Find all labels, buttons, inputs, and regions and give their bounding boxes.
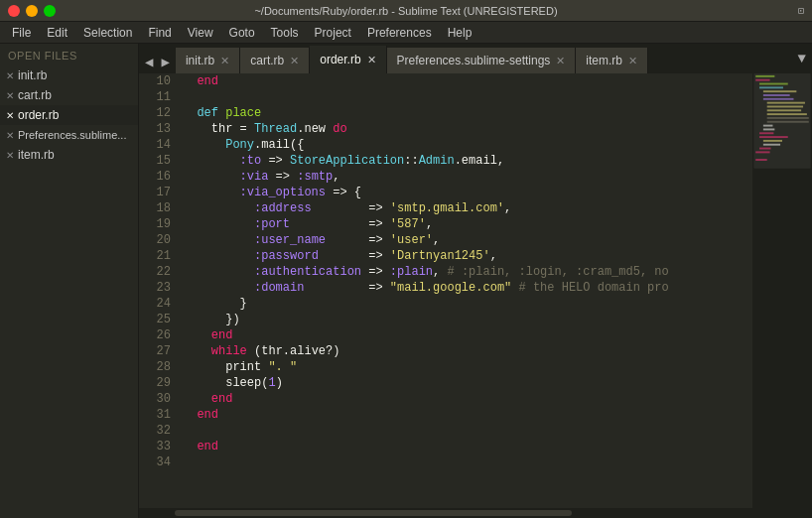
tab-close-icon[interactable]: ✕ — [367, 54, 376, 66]
line-num: 18 — [143, 200, 171, 216]
line-num: 27 — [143, 343, 171, 359]
maximize-button[interactable] — [44, 5, 56, 17]
line-num: 23 — [143, 280, 171, 296]
menu-tools[interactable]: Tools — [263, 24, 307, 42]
line-num: 26 — [143, 327, 171, 343]
tab-close-icon[interactable]: ✕ — [220, 55, 229, 67]
menu-view[interactable]: View — [180, 24, 221, 42]
tab-item[interactable]: item.rb ✕ — [576, 48, 648, 73]
window-title: ~/Documents/Ruby/order.rb - Sublime Text… — [254, 5, 557, 17]
tab-close-icon[interactable]: ✕ — [556, 55, 565, 67]
minimap-visual — [752, 73, 812, 508]
svg-rect-22 — [753, 73, 810, 169]
sidebar-file-name: Preferences.sublime... — [18, 129, 126, 141]
line-num: 17 — [143, 185, 171, 200]
menu-help[interactable]: Help — [440, 24, 480, 42]
sidebar-header: OPEN FILES — [0, 44, 138, 65]
sidebar-item-cart[interactable]: ✕ cart.rb — [0, 85, 138, 105]
line-num: 13 — [143, 121, 171, 137]
minimap — [752, 73, 812, 508]
line-num: 11 — [143, 89, 171, 105]
tab-label: item.rb — [586, 54, 622, 67]
line-num: 12 — [143, 105, 171, 121]
code-editor[interactable]: end def place thr = Thread.new do Pony.m… — [175, 73, 752, 508]
tab-label: Preferences.sublime-settings — [397, 54, 551, 67]
close-icon[interactable]: ✕ — [6, 90, 14, 101]
sidebar-item-preferences[interactable]: ✕ Preferences.sublime... — [0, 125, 138, 145]
line-num: 33 — [143, 439, 171, 454]
line-num: 15 — [143, 153, 171, 169]
line-num: 14 — [143, 137, 171, 153]
tab-label: cart.rb — [250, 54, 284, 67]
close-icon[interactable]: ✕ — [6, 130, 14, 141]
tab-nav-right[interactable]: ▶ — [157, 52, 173, 73]
minimize-button[interactable] — [26, 5, 38, 17]
tab-order[interactable]: order.rb ✕ — [310, 46, 386, 73]
menu-preferences[interactable]: Preferences — [359, 24, 440, 42]
title-bar: ~/Documents/Ruby/order.rb - Sublime Text… — [0, 0, 812, 22]
restore-icon[interactable]: ⊡ — [798, 5, 804, 17]
horizontal-scrollbar[interactable] — [139, 508, 812, 518]
line-num: 21 — [143, 248, 171, 264]
menu-file[interactable]: File — [4, 24, 39, 42]
sidebar: OPEN FILES ✕ init.rb ✕ cart.rb ✕ order.r… — [0, 44, 139, 518]
line-num: 30 — [143, 391, 171, 407]
line-num: 29 — [143, 375, 171, 391]
line-num: 20 — [143, 232, 171, 248]
line-num: 31 — [143, 407, 171, 423]
sidebar-file-name: init.rb — [18, 68, 47, 82]
close-icon[interactable]: ✕ — [6, 70, 14, 81]
menu-project[interactable]: Project — [307, 24, 359, 42]
menu-edit[interactable]: Edit — [39, 24, 75, 42]
editor-content: ◀ ▶ init.rb ✕ cart.rb ✕ order.rb ✕ Prefe… — [139, 44, 812, 518]
close-icon[interactable]: ✕ — [6, 150, 14, 161]
tab-close-icon[interactable]: ✕ — [628, 55, 637, 67]
line-num: 28 — [143, 359, 171, 375]
line-num: 34 — [143, 454, 171, 470]
sidebar-item-order[interactable]: ✕ order.rb — [0, 105, 138, 125]
tab-nav: ◀ ▶ — [139, 52, 176, 73]
horizontal-scrollbar-thumb[interactable] — [175, 510, 572, 516]
tab-close-icon[interactable]: ✕ — [290, 55, 299, 67]
sidebar-item-init[interactable]: ✕ init.rb — [0, 65, 138, 85]
line-num: 32 — [143, 423, 171, 439]
line-num: 24 — [143, 296, 171, 312]
sidebar-file-name: item.rb — [18, 148, 55, 162]
menu-find[interactable]: Find — [140, 24, 179, 42]
main-container: OPEN FILES ✕ init.rb ✕ cart.rb ✕ order.r… — [0, 44, 812, 518]
tabs-overflow-icon[interactable]: ▼ — [792, 51, 812, 66]
title-bar-controls — [8, 5, 56, 17]
sidebar-file-name: order.rb — [18, 108, 59, 122]
menu-selection[interactable]: Selection — [75, 24, 140, 42]
sidebar-item-item[interactable]: ✕ item.rb — [0, 145, 138, 165]
line-num: 10 — [143, 73, 171, 89]
menu-bar: File Edit Selection Find View Goto Tools… — [0, 22, 812, 44]
close-button[interactable] — [8, 5, 20, 17]
tab-cart[interactable]: cart.rb ✕ — [240, 48, 310, 73]
line-numbers: 10 11 12 13 14 15 16 17 18 19 20 21 22 2… — [139, 73, 175, 508]
line-num: 25 — [143, 312, 171, 327]
line-num: 16 — [143, 169, 171, 185]
line-num: 19 — [143, 216, 171, 232]
tab-bar: ◀ ▶ init.rb ✕ cart.rb ✕ order.rb ✕ Prefe… — [139, 44, 812, 73]
menu-goto[interactable]: Goto — [221, 24, 263, 42]
tab-label: init.rb — [186, 54, 214, 67]
tab-nav-left[interactable]: ◀ — [141, 52, 157, 73]
tab-preferences[interactable]: Preferences.sublime-settings ✕ — [387, 48, 577, 73]
line-num: 22 — [143, 264, 171, 280]
tab-init[interactable]: init.rb ✕ — [176, 48, 240, 73]
sidebar-file-name: cart.rb — [18, 88, 52, 102]
code-area: 10 11 12 13 14 15 16 17 18 19 20 21 22 2… — [139, 73, 812, 508]
close-icon[interactable]: ✕ — [6, 110, 14, 121]
tab-label: order.rb — [320, 53, 360, 66]
